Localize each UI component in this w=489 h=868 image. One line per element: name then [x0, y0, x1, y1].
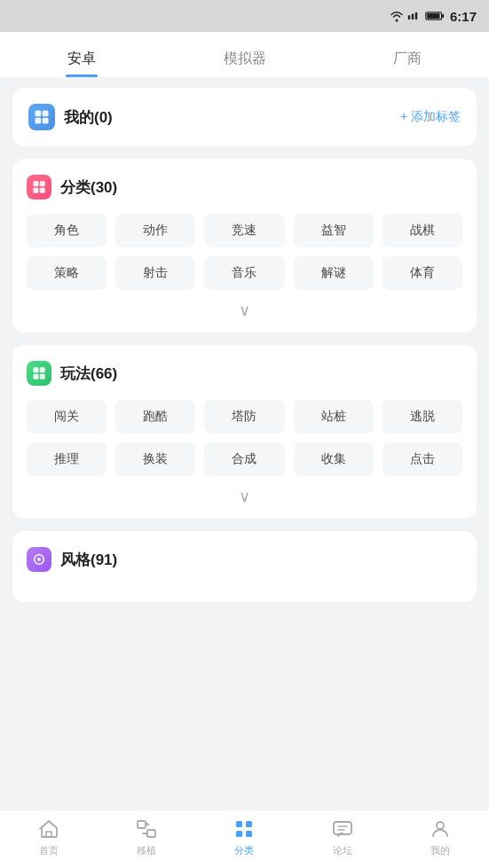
category-section-header: 分类(30): [27, 175, 462, 199]
category-expand-button[interactable]: ∨: [27, 301, 462, 320]
tag-item[interactable]: 音乐: [204, 256, 284, 290]
svg-rect-26: [236, 821, 242, 827]
svg-rect-18: [40, 374, 45, 379]
signal-icon: [407, 10, 422, 22]
my-section-left: 我的(0): [28, 104, 113, 130]
svg-point-20: [37, 558, 41, 561]
gameplay-expand-button[interactable]: ∨: [27, 487, 462, 506]
clock: 6:17: [450, 9, 477, 24]
svg-rect-27: [246, 821, 252, 827]
style-section-header: 风格(91): [27, 547, 462, 572]
status-bar: 6:17: [0, 0, 489, 32]
svg-rect-23: [147, 830, 155, 837]
svg-rect-21: [46, 832, 51, 837]
forum-icon: [331, 817, 354, 841]
wifi-icon: [390, 10, 404, 22]
tag-item[interactable]: 换装: [115, 442, 195, 476]
svg-rect-16: [40, 367, 45, 372]
gameplay-icon: [27, 361, 51, 386]
tag-item[interactable]: 塔防: [204, 400, 284, 434]
nav-forum[interactable]: 论坛: [316, 817, 369, 857]
nav-migrate[interactable]: 移植: [120, 817, 173, 857]
gameplay-title: 玩法(66): [60, 364, 117, 384]
svg-rect-17: [33, 374, 38, 379]
tag-item[interactable]: 收集: [294, 442, 374, 476]
battery-icon: [425, 10, 445, 22]
svg-rect-22: [138, 821, 146, 828]
my-section-card: 我的(0) + 添加标签: [12, 88, 477, 146]
migrate-icon: [135, 817, 158, 841]
svg-rect-9: [35, 118, 42, 124]
nav-mine[interactable]: 我的: [414, 817, 467, 857]
nav-category-label: 分类: [234, 844, 254, 857]
svg-point-33: [437, 822, 444, 829]
tag-item[interactable]: 逃脱: [383, 400, 462, 434]
nav-category[interactable]: 分类: [217, 817, 271, 857]
style-icon: [27, 547, 51, 572]
svg-rect-1: [412, 14, 414, 20]
tag-item[interactable]: 竞速: [204, 214, 284, 247]
svg-rect-8: [43, 111, 49, 117]
svg-rect-28: [236, 831, 242, 837]
category-tag-grid: 角色 动作 竞速 益智 战棋 策略 射击 音乐 解谜 体育: [27, 214, 462, 290]
tag-item[interactable]: 推理: [27, 442, 106, 476]
style-title: 风格(91): [60, 550, 117, 570]
svg-rect-12: [40, 181, 45, 186]
gameplay-tag-grid: 闯关 跑酷 塔防 站桩 逃脱 推理 换装 合成 收集 点击: [27, 400, 462, 476]
tag-item[interactable]: 动作: [115, 214, 195, 247]
scroll-content: 我的(0) + 添加标签 分类(30) 角色 动作 竞速 益智 战棋 策略 射击: [0, 77, 489, 868]
tag-item[interactable]: 解谜: [294, 256, 374, 290]
tag-item[interactable]: 射击: [115, 256, 195, 290]
svg-rect-10: [43, 118, 49, 124]
tag-item[interactable]: 战棋: [383, 214, 462, 247]
svg-rect-5: [442, 14, 444, 18]
mine-icon: [429, 817, 452, 841]
svg-rect-3: [419, 12, 421, 20]
status-icons: [390, 10, 445, 22]
nav-migrate-label: 移植: [137, 844, 156, 857]
tag-item[interactable]: 点击: [383, 442, 462, 476]
tag-item[interactable]: 站桩: [294, 400, 374, 434]
category-title: 分类(30): [60, 177, 117, 198]
category-nav-icon: [233, 817, 256, 841]
svg-rect-2: [415, 12, 417, 20]
tab-vendor[interactable]: 厂商: [326, 39, 489, 77]
tag-item[interactable]: 策略: [27, 256, 106, 290]
tag-item[interactable]: 体育: [383, 256, 462, 290]
tab-emulator[interactable]: 模拟器: [163, 39, 327, 77]
nav-home[interactable]: 首页: [22, 817, 75, 857]
bottom-nav: 首页 移植 分类: [0, 809, 489, 868]
tag-item[interactable]: 合成: [204, 442, 284, 476]
svg-rect-0: [408, 15, 410, 20]
svg-rect-6: [427, 13, 439, 19]
gameplay-section-card: 玩法(66) 闯关 跑酷 塔防 站桩 逃脱 推理 换装 合成 收集 点击 ∨: [12, 345, 477, 519]
home-icon: [37, 817, 60, 841]
tag-item[interactable]: 跑酷: [115, 400, 195, 434]
svg-rect-30: [334, 822, 351, 834]
gameplay-section-header: 玩法(66): [27, 361, 462, 386]
svg-rect-15: [33, 367, 38, 372]
category-section-card: 分类(30) 角色 动作 竞速 益智 战棋 策略 射击 音乐 解谜 体育 ∨: [12, 159, 477, 332]
tag-item[interactable]: 闯关: [27, 400, 106, 434]
my-title: 我的(0): [64, 107, 113, 128]
tag-item[interactable]: 益智: [294, 214, 374, 247]
add-tag-button[interactable]: + 添加标签: [400, 109, 461, 125]
svg-rect-29: [246, 831, 252, 837]
category-icon: [27, 175, 51, 199]
nav-home-label: 首页: [39, 844, 59, 857]
style-section-card: 风格(91): [12, 531, 477, 602]
top-tabs: 安卓 模拟器 厂商: [0, 32, 489, 77]
svg-rect-11: [33, 181, 38, 186]
svg-rect-13: [33, 188, 38, 193]
my-icon: [28, 104, 55, 130]
nav-forum-label: 论坛: [333, 844, 352, 857]
svg-rect-7: [35, 111, 42, 117]
svg-rect-14: [40, 188, 45, 193]
nav-mine-label: 我的: [430, 844, 450, 857]
tab-android[interactable]: 安卓: [0, 39, 163, 77]
tag-item[interactable]: 角色: [27, 214, 106, 247]
